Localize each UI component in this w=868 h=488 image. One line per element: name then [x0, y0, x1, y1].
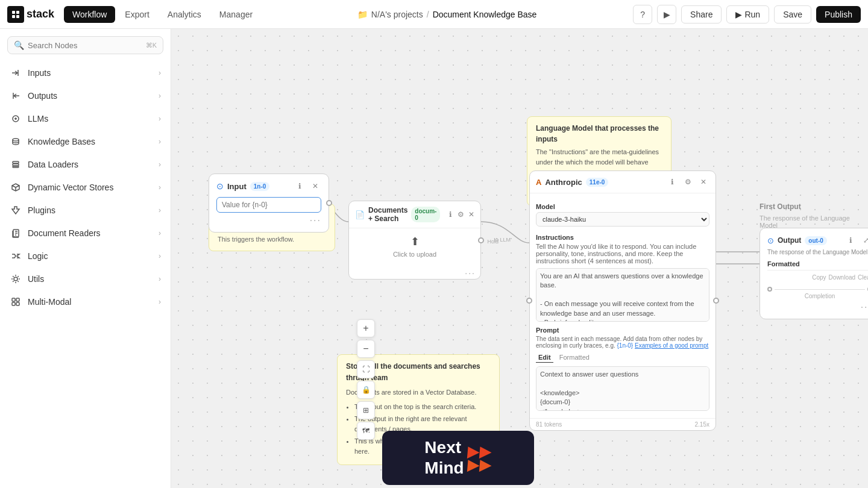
output-actions: Copy Download Clear	[767, 274, 868, 281]
sidebar-item-outputs[interactable]: Outputs ›	[0, 84, 171, 107]
output-expand-btn[interactable]: ⤢	[860, 234, 868, 246]
tab-manager[interactable]: Manager	[211, 6, 261, 23]
instructions-textarea[interactable]: You are an AI that answers questions ove…	[536, 268, 709, 322]
llm-info-btn[interactable]: ℹ	[666, 176, 678, 188]
doc-gear-btn[interactable]: ⚙	[458, 208, 464, 221]
svg-rect-7	[13, 164, 19, 166]
upload-icon: ⬆	[410, 235, 420, 248]
model-select[interactable]: claude-3-haiku	[536, 212, 709, 227]
input-node-dots: ···	[216, 215, 321, 226]
llm-gear-btn[interactable]: ⚙	[682, 176, 694, 188]
llm-tooltip-title: Language Model that processes the inputs	[536, 123, 662, 145]
breadcrumb: 📁 N/A's projects / Document Knowledge Ba…	[266, 10, 628, 19]
upload-text[interactable]: Click to upload	[393, 251, 436, 258]
play-small-button[interactable]: ▶	[657, 5, 676, 24]
prompt-tab-edit[interactable]: Edit	[536, 352, 553, 363]
inputs-chevron: ›	[159, 69, 161, 77]
output-tabs: Formatted	[767, 260, 868, 271]
map-button[interactable]: 🗺	[357, 422, 375, 440]
llm-provider-label: Anthropic	[545, 178, 582, 187]
prompt-tab-formatted[interactable]: Formatted	[557, 352, 592, 363]
input-close-btn[interactable]: ✕	[309, 180, 321, 192]
zoom-in-button[interactable]: +	[357, 319, 375, 337]
share-button[interactable]: Share	[681, 5, 722, 23]
doc-info-btn[interactable]: ℹ	[447, 208, 454, 221]
fit-button[interactable]: ⛶	[357, 360, 375, 378]
llm-node[interactable]: A Anthropic 11e-0 ℹ ⚙ ✕ Model claude-3-h…	[529, 170, 716, 431]
utils-icon	[10, 273, 22, 285]
sidebar-item-plugins[interactable]: Plugins ›	[0, 199, 171, 222]
sidebar-item-logic[interactable]: Logic ›	[0, 245, 171, 267]
prompt-desc: The data sent in each message. Add data …	[536, 336, 709, 349]
llm-close-btn[interactable]: ✕	[697, 176, 709, 188]
publish-button[interactable]: Publish	[816, 6, 861, 23]
llm-body: Model claude-3-haiku Instructions Tell t…	[530, 193, 715, 418]
sidebar-item-plugins-label: Plugins	[28, 205, 153, 215]
first-output-desc: The response of the Language Model	[760, 214, 868, 229]
sidebar-item-multimodal[interactable]: Multi-Modal ›	[0, 290, 171, 313]
output-conn-line	[775, 289, 865, 290]
clear-btn[interactable]: Clear	[858, 274, 868, 281]
run-button[interactable]: ▶ Run	[726, 5, 769, 23]
llm-tooltip-line1: The "Instructions" are the meta-guidelin…	[536, 147, 662, 167]
search-shortcut: ⌘K	[146, 42, 157, 49]
input-field[interactable]	[216, 197, 321, 213]
logo-text: stack	[27, 8, 54, 20]
llm-tag: 11e-0	[586, 178, 609, 187]
sidebar-item-data-label: Data Loaders	[28, 160, 153, 169]
nextmind-banner: Next Mind ▶▶ ▶▶	[382, 431, 534, 485]
save-button[interactable]: Save	[774, 5, 811, 23]
doc-search-node[interactable]: 📄 Documents + Search docum-0 ℹ ⚙ ✕ ⬆ Cli…	[348, 201, 481, 280]
search-input[interactable]	[28, 41, 142, 50]
sidebar: 🔍 ⌘K Inputs › Outputs › LLMs ›	[0, 29, 171, 488]
output-conn-dot-left	[767, 287, 772, 292]
zoom-out-button[interactable]: −	[357, 340, 375, 358]
sidebar-item-doc-readers[interactable]: Document Readers ›	[0, 222, 171, 245]
svg-point-10	[14, 277, 17, 281]
input-node[interactable]: ⊙ Input 1n-0 ℹ ✕ ···	[209, 174, 329, 233]
knowledge-chevron: ›	[159, 137, 161, 146]
help-button[interactable]: ?	[633, 5, 652, 24]
sidebar-item-data-loaders[interactable]: Data Loaders ›	[0, 153, 171, 176]
download-btn[interactable]: Download	[829, 274, 855, 281]
svg-rect-11	[12, 298, 15, 301]
nav-actions: ? ▶ Share ▶ Run Save Publish	[633, 5, 861, 24]
output-info-btn[interactable]: ℹ	[844, 234, 857, 246]
sidebar-item-utils[interactable]: Utils ›	[0, 267, 171, 290]
sidebar-item-knowledge-label: Knowledge Bases	[28, 137, 153, 146]
plugins-chevron: ›	[159, 206, 161, 214]
doc-search-tag: docum-0	[411, 207, 440, 222]
sidebar-item-knowledge-bases[interactable]: Knowledge Bases ›	[0, 130, 171, 153]
logic-chevron: ›	[159, 252, 161, 260]
tab-workflow[interactable]: Workflow	[64, 6, 115, 23]
svg-rect-2	[12, 15, 15, 18]
search-box[interactable]: 🔍 ⌘K	[7, 36, 163, 54]
sidebar-item-llms[interactable]: LLMs ›	[0, 107, 171, 130]
doc-close-btn[interactable]: ✕	[468, 208, 474, 221]
folder-icon: 📁	[357, 10, 368, 19]
lock-button[interactable]: 🔒	[357, 381, 375, 399]
copy-btn[interactable]: Copy	[812, 274, 826, 281]
multimodal-icon	[10, 296, 22, 308]
docreaders-chevron: ›	[159, 229, 161, 237]
svg-rect-6	[13, 161, 19, 163]
doc-search-dots: ···	[349, 267, 480, 279]
output-node[interactable]: ⊙ Output out-0 ℹ ⤢ The response of the L…	[760, 228, 868, 319]
breadcrumb-project[interactable]: N/A's projects	[371, 10, 423, 19]
main-layout: 🔍 ⌘K Inputs › Outputs › LLMs ›	[0, 29, 868, 488]
prompt-textarea[interactable]: Context to answer user questions <knowle…	[536, 366, 709, 411]
svg-rect-8	[13, 166, 19, 167]
sidebar-item-llms-label: LLMs	[28, 114, 153, 124]
nextmind-line1: Next	[424, 437, 464, 458]
nextmind-line2: Mind	[424, 458, 464, 478]
output-tab-formatted[interactable]: Formatted	[767, 260, 800, 267]
sidebar-item-outputs-label: Outputs	[28, 91, 153, 101]
input-info-btn[interactable]: ℹ	[294, 180, 306, 192]
svg-rect-0	[12, 11, 15, 14]
tab-analytics[interactable]: Analytics	[159, 6, 210, 23]
sidebar-item-inputs[interactable]: Inputs ›	[0, 61, 171, 84]
sidebar-item-vector-stores[interactable]: Dynamic Vector Stores ›	[0, 176, 171, 199]
grid-button[interactable]: ⊞	[357, 401, 375, 419]
tab-export[interactable]: Export	[116, 6, 157, 23]
model-label: Model	[536, 203, 709, 210]
